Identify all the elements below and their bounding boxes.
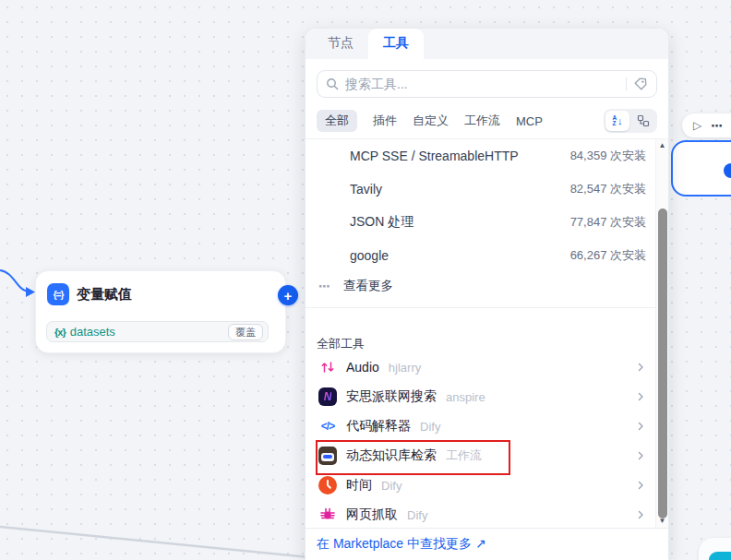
tool-name: 网页抓取 bbox=[346, 506, 398, 523]
panel-scrollbar[interactable]: ▲ ▼ bbox=[655, 139, 668, 528]
selected-node-partial[interactable] bbox=[671, 140, 731, 197]
chevron-right-icon bbox=[635, 362, 646, 373]
tool-row-anspire[interactable]: N 安思派联网搜索 anspire bbox=[306, 382, 655, 411]
scroll-up-icon[interactable]: ▲ bbox=[659, 139, 666, 152]
tool-author: anspire bbox=[446, 390, 485, 404]
tool-name: 动态知识库检索 bbox=[346, 447, 437, 464]
search-divider bbox=[626, 77, 627, 90]
bottom-right-teal-widget[interactable] bbox=[709, 552, 731, 560]
chevron-right-icon bbox=[635, 509, 646, 520]
chevron-right-icon bbox=[635, 480, 646, 491]
variable-icon: {x} bbox=[54, 327, 66, 338]
tag-filter-icon[interactable] bbox=[633, 77, 648, 91]
tool-row-time[interactable]: 时间 Dify bbox=[306, 471, 655, 500]
tab-nodes[interactable]: 节点 bbox=[313, 29, 368, 59]
tool-row-audio[interactable]: Audio hjlarry bbox=[306, 352, 655, 382]
tools-scroll-area[interactable]: MCP SSE / StreamableHTTP 84,359 次安装 Tavi… bbox=[306, 139, 668, 528]
panel-footer: 在 Marketplace 中查找更多 ↗ bbox=[306, 528, 668, 560]
chevron-right-icon bbox=[635, 450, 646, 461]
filter-workflow[interactable]: 工作流 bbox=[464, 113, 500, 129]
filter-plugins[interactable]: 插件 bbox=[373, 113, 397, 129]
tool-author: Dify bbox=[407, 508, 427, 522]
sort-az-button[interactable]: A Z ↓ bbox=[605, 111, 629, 131]
see-more-button[interactable]: ⋯ 查看更多 bbox=[306, 272, 655, 300]
more-options-icon[interactable]: ⋯ bbox=[711, 119, 724, 133]
marketplace-link[interactable]: 在 Marketplace 中查找更多 ↗ bbox=[317, 536, 486, 553]
tool-author: 工作流 bbox=[446, 447, 482, 464]
run-toolbar[interactable]: ▷ ⋯ bbox=[682, 113, 731, 137]
search-icon bbox=[326, 77, 339, 90]
code-icon: </> bbox=[318, 417, 337, 435]
variable-assigner-node[interactable]: {=} 变量赋值 + {x} datasets 覆盖 bbox=[35, 270, 286, 353]
tool-author: hjlarry bbox=[389, 361, 421, 375]
ellipsis-icon: ⋯ bbox=[318, 280, 335, 293]
scrollbar-thumb[interactable] bbox=[658, 209, 667, 518]
marketplace-tool-row[interactable]: Tavily 82,547 次安装 bbox=[306, 173, 655, 206]
node-title: 变量赋值 bbox=[77, 286, 132, 304]
tool-row-web-scraper[interactable]: 网页抓取 Dify bbox=[306, 500, 655, 528]
block-selector-panel: 节点 工具 全部 插件 自定义 工作流 MCP A bbox=[305, 28, 669, 560]
chevron-right-icon bbox=[635, 421, 646, 432]
tool-name: Tavily bbox=[350, 182, 382, 197]
scroll-down-icon[interactable]: ▼ bbox=[659, 515, 666, 528]
section-title: 全部工具 bbox=[306, 308, 655, 352]
robot-icon bbox=[318, 447, 337, 465]
install-count: 82,547 次安装 bbox=[570, 181, 646, 197]
chevron-right-icon bbox=[635, 391, 646, 402]
see-more-label: 查看更多 bbox=[343, 278, 393, 294]
filter-row: 全部 插件 自定义 工作流 MCP A Z ↓ bbox=[306, 98, 668, 138]
anspire-n-icon: N bbox=[318, 387, 337, 406]
tree-view-icon bbox=[637, 114, 650, 127]
tool-name: 代码解释器 bbox=[346, 418, 411, 435]
view-toggle: A Z ↓ bbox=[604, 109, 657, 133]
add-next-node-button[interactable]: + bbox=[278, 285, 298, 305]
overwrite-badge: 覆盖 bbox=[228, 324, 263, 340]
tool-author: Dify bbox=[420, 420, 440, 434]
tool-name: MCP SSE / StreamableHTTP bbox=[350, 149, 519, 163]
tool-row-code-interpreter[interactable]: </> 代码解释器 Dify bbox=[306, 411, 655, 441]
tool-name: 安思派联网搜索 bbox=[346, 388, 437, 405]
filter-mcp[interactable]: MCP bbox=[516, 114, 543, 128]
tree-view-button[interactable] bbox=[631, 111, 655, 131]
marketplace-tool-row[interactable]: MCP SSE / StreamableHTTP 84,359 次安装 bbox=[306, 139, 655, 173]
panel-tabs: 节点 工具 bbox=[306, 29, 668, 59]
install-count: 84,359 次安装 bbox=[570, 148, 646, 164]
tool-author: Dify bbox=[381, 479, 401, 493]
spider-icon bbox=[318, 506, 337, 524]
variable-name: datasets bbox=[70, 325, 115, 339]
assigned-variable-row[interactable]: {x} datasets 覆盖 bbox=[46, 321, 269, 342]
tool-name: JSON 处理 bbox=[350, 214, 413, 231]
tab-tools[interactable]: 工具 bbox=[368, 29, 424, 59]
play-icon[interactable]: ▷ bbox=[693, 119, 701, 132]
variable-assigner-icon: {=} bbox=[47, 283, 69, 305]
filter-all[interactable]: 全部 bbox=[317, 110, 357, 132]
search-box[interactable] bbox=[317, 70, 657, 98]
install-count: 66,267 次安装 bbox=[570, 247, 646, 264]
filter-custom[interactable]: 自定义 bbox=[413, 113, 449, 129]
search-input[interactable] bbox=[345, 77, 619, 91]
tool-name: Audio bbox=[346, 360, 379, 375]
tool-name: 时间 bbox=[346, 477, 372, 494]
marketplace-tool-row[interactable]: google 66,267 次安装 bbox=[306, 239, 655, 272]
marketplace-tool-row[interactable]: JSON 处理 77,847 次安装 bbox=[306, 206, 655, 239]
tool-row-dynamic-knowledge-retrieval[interactable]: 动态知识库检索 工作流 bbox=[306, 441, 655, 471]
tool-name: google bbox=[350, 248, 389, 263]
audio-swap-icon bbox=[320, 360, 335, 375]
clock-icon bbox=[318, 476, 337, 494]
install-count: 77,847 次安装 bbox=[570, 214, 646, 231]
